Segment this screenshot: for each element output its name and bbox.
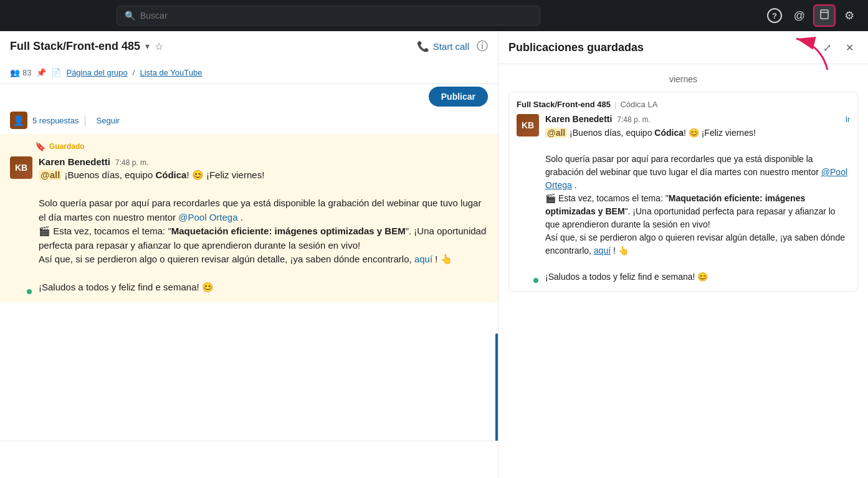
saved-author: Karen Benedetti	[545, 114, 612, 124]
reply-count[interactable]: 5 respuestas	[32, 116, 79, 125]
saved-post-item: Full Stack/Front-end 485 | Códica LA KB …	[508, 92, 858, 292]
document-icon-btn[interactable]: 📌	[36, 68, 46, 77]
saved-post-karen-avatar: KB	[517, 114, 539, 136]
expand-icon: ⤢	[823, 42, 831, 54]
main-area: Full Stack/Front-end 485 ▾ ☆ 📞 Start cal…	[0, 31, 868, 478]
partial-action-button[interactable]: Publicar	[429, 87, 488, 107]
message-content: Karen Benedetti 7:48 p. m. @all ¡Buenos …	[39, 156, 488, 295]
message-header: Karen Benedetti 7:48 p. m.	[39, 156, 488, 167]
channel-actions: 📞 Start call ⓘ	[417, 39, 488, 54]
day-separator: viernes	[508, 64, 858, 92]
saved-message-header: Karen Benedetti 7:48 p. m. Ir	[545, 114, 850, 124]
gear-icon: ⚙	[844, 9, 854, 22]
aqui-link[interactable]: aquí	[414, 254, 432, 264]
reply-avatar-image: 👤	[10, 112, 27, 129]
at-icon: @	[794, 9, 805, 22]
member-count[interactable]: 👥 83	[10, 68, 31, 77]
star-icon[interactable]: ☆	[155, 41, 163, 52]
channel-meta-row: 👥 83 📌 📄 Página del grupo / Lista de You…	[10, 61, 488, 84]
doc-btn[interactable]: 📄	[51, 68, 61, 77]
search-bar[interactable]: 🔍	[117, 6, 540, 26]
reply-avatar: 👤	[10, 112, 27, 129]
start-call-label: Start call	[433, 41, 469, 52]
saved-text: Guardado	[49, 142, 85, 151]
expand-icon-button[interactable]: ⤢	[818, 39, 836, 56]
saved-post-separator: |	[614, 100, 616, 109]
message-text: @all ¡Buenos días, equipo Códica! 😊 ¡Fel…	[39, 168, 488, 295]
bookmark-icon	[819, 9, 830, 22]
message-time: 7:48 p. m.	[115, 158, 148, 167]
saved-post-channel[interactable]: Full Stack/Front-end 485	[517, 100, 611, 109]
saved-time: 7:48 p. m.	[617, 115, 650, 124]
search-input[interactable]	[140, 11, 532, 21]
help-icon: ?	[767, 8, 782, 23]
messages-area[interactable]: Publicar 👤 5 respuestas | Seguir 🔖 Guard…	[0, 84, 498, 441]
close-saved-button[interactable]: ✕	[841, 39, 858, 56]
saved-post-message: KB Karen Benedetti 7:48 p. m. Ir @all ¡B…	[517, 114, 850, 284]
search-icon: 🔍	[125, 11, 135, 21]
phone-icon: 📞	[417, 41, 429, 52]
saved-message-text: @all ¡Buenos días, equipo Códica! 😊 ¡Fel…	[545, 127, 850, 284]
pin-icon: 📌	[36, 68, 46, 77]
settings-button[interactable]: ⚙	[838, 4, 861, 27]
karen-avatar-wrap: KB	[10, 156, 32, 295]
saved-aqui-link[interactable]: aquí	[594, 246, 611, 256]
message: KB Karen Benedetti 7:48 p. m. @all ¡Buen…	[10, 156, 488, 295]
message-input-area[interactable]	[0, 441, 498, 478]
breadcrumb-page-link[interactable]: Página del grupo	[66, 68, 127, 77]
help-button[interactable]: ?	[763, 4, 786, 27]
member-count-value: 83	[22, 68, 31, 77]
saved-panel-header: Publicaciones guardadas ⤢ ✕	[498, 31, 868, 64]
saved-post-content: Karen Benedetti 7:48 p. m. Ir @all ¡Buen…	[545, 114, 850, 284]
top-navigation: 🔍 ? @ ⚙	[0, 0, 868, 31]
saved-panel-title: Publicaciones guardadas	[508, 41, 644, 54]
partial-message-top: Publicar	[0, 84, 498, 112]
start-call-button[interactable]: 📞 Start call	[417, 41, 469, 52]
close-icon: ✕	[846, 42, 854, 54]
go-to-message-link[interactable]: Ir	[846, 115, 850, 124]
bookmark-button[interactable]	[813, 4, 836, 27]
chat-panel: Full Stack/Front-end 485 ▾ ☆ 📞 Start cal…	[0, 31, 498, 478]
pool-ortega-link[interactable]: @Pool Ortega	[178, 212, 237, 222]
saved-header-icons: ⤢ ✕	[818, 39, 858, 56]
saved-post-source: Full Stack/Front-end 485 | Códica LA	[517, 100, 850, 109]
breadcrumb-list-link[interactable]: Lista de YouTube	[140, 68, 202, 77]
reply-bar: 👤 5 respuestas | Seguir	[0, 112, 498, 129]
saved-message-block: 🔖 Guardado KB Karen Benedetti 7:48	[0, 134, 498, 302]
saved-content[interactable]: viernes Full Stack/Front-end 485 | Códic…	[498, 64, 868, 478]
message-author[interactable]: Karen Benedetti	[39, 156, 110, 167]
saved-post-avatar-wrap: KB	[517, 114, 539, 284]
saved-label: 🔖 Guardado	[35, 141, 488, 151]
saved-at-all: @all	[545, 128, 567, 138]
bookmark-filled-icon: 🔖	[35, 141, 45, 151]
channel-dropdown-arrow[interactable]: ▾	[145, 41, 150, 51]
at-all-mention: @all	[39, 170, 62, 180]
breadcrumb-separator: /	[133, 68, 135, 77]
channel-title-row: Full Stack/Front-end 485 ▾ ☆ 📞 Start cal…	[10, 31, 488, 61]
at-mention-button[interactable]: @	[788, 4, 811, 27]
file-icon: 📄	[51, 68, 61, 77]
online-status-badge	[26, 288, 33, 295]
saved-panel: Publicaciones guardadas ⤢ ✕ viernes Full…	[498, 31, 868, 478]
karen-avatar-image: KB	[10, 156, 32, 179]
saved-online-badge	[532, 277, 540, 284]
scroll-indicator	[495, 333, 498, 441]
reply-separator: |	[83, 115, 86, 126]
follow-button[interactable]: Seguir	[97, 116, 120, 125]
saved-post-subchannel: Códica LA	[620, 100, 657, 109]
karen-avatar: KB	[10, 156, 32, 179]
channel-name[interactable]: Full Stack/Front-end 485	[10, 40, 140, 53]
svg-rect-1	[821, 10, 828, 19]
saved-karen-image: KB	[517, 114, 539, 136]
nav-icons: ? @ ⚙	[763, 4, 861, 27]
channel-header: Full Stack/Front-end 485 ▾ ☆ 📞 Start cal…	[0, 31, 498, 84]
info-icon[interactable]: ⓘ	[477, 39, 488, 54]
people-icon: 👥	[10, 68, 20, 77]
